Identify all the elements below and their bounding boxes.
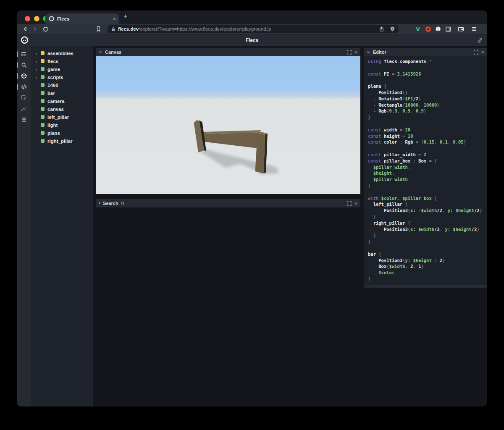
tree-item-light[interactable]: light [31, 121, 93, 129]
code-line: $height, [368, 170, 487, 176]
sidebar-item-entities[interactable] [17, 71, 31, 81]
back-button[interactable] [20, 25, 30, 33]
entity-color-swatch [41, 59, 45, 63]
close-icon[interactable]: × [354, 50, 357, 55]
sidebar-button[interactable] [444, 25, 452, 33]
tree-item-label: canvas [47, 107, 64, 112]
tree-item-label: scripts [47, 75, 63, 80]
code-line [368, 77, 487, 83]
main-area: Canvas × [93, 46, 487, 406]
editor-code[interactable]: using flecs.components.* const PI = 3.14… [364, 56, 487, 285]
entity-color-swatch [41, 107, 45, 111]
share-icon[interactable] [379, 26, 384, 32]
code-line: } [368, 276, 487, 282]
leaf-dash-icon [34, 101, 41, 101]
canvas-panel: Canvas × [96, 48, 360, 194]
chart-icon [21, 106, 27, 112]
tree-item-flecs[interactable]: ›flecs [31, 57, 93, 65]
entity-color-swatch [41, 83, 45, 87]
code-line: left_pillar { [368, 201, 487, 207]
extensions-button[interactable] [434, 25, 442, 33]
close-icon[interactable]: × [481, 50, 484, 55]
editor-panel: Editor × using flecs.components.* const … [364, 48, 487, 288]
close-icon[interactable]: × [354, 201, 357, 206]
red-extension-button[interactable] [424, 25, 432, 33]
new-tab-button[interactable]: + [122, 12, 129, 20]
minimize-window-button[interactable] [34, 16, 39, 21]
flecs-favicon-icon [49, 16, 54, 21]
tab-close-icon[interactable]: × [113, 16, 116, 21]
entity-color-swatch [41, 123, 45, 127]
entity-color-swatch [41, 115, 45, 119]
screen: Flecs × + [0, 0, 504, 430]
code-line: const height = 10 [368, 133, 487, 139]
sidebar-item-chart[interactable] [17, 103, 31, 114]
tree-item-scripts[interactable]: ›scripts [31, 73, 93, 81]
sidebar-item-inspect[interactable] [17, 92, 31, 103]
chevron-down-icon[interactable] [99, 51, 102, 54]
tree-item-assemblies[interactable]: ›assemblies [31, 49, 93, 57]
code-line: - Position3{y: $height / 2} [368, 257, 487, 264]
sidebar-item-stats[interactable] [17, 114, 31, 125]
search-icon [21, 62, 27, 68]
code-line: const pillar_box : Box = { [368, 158, 487, 164]
editor-panel-header[interactable]: Editor × [364, 48, 487, 56]
brave-shield-icon[interactable] [390, 26, 395, 32]
tree-item-left_pillar[interactable]: left_pillar [31, 113, 93, 121]
vue-extension-button[interactable]: V [414, 25, 422, 33]
tree-item-plane[interactable]: plane [31, 129, 93, 137]
menu-icon [471, 26, 477, 32]
url-bar[interactable]: flecs.dev/explorer/?wasm=https://www.fle… [108, 25, 399, 33]
tree-item-label: camera [47, 99, 64, 104]
panel-title: Search [103, 201, 118, 206]
panel-title: Editor [373, 50, 386, 55]
wallet-button[interactable] [457, 25, 465, 33]
code-line [368, 65, 487, 71]
expand-chevron-icon[interactable]: › [34, 51, 41, 55]
tree-item-canvas[interactable]: canvas [31, 105, 93, 113]
sidebar-item-code[interactable] [17, 81, 31, 92]
expand-icon[interactable] [347, 50, 352, 55]
sidebar-icon [445, 26, 452, 32]
browser-tab[interactable]: Flecs × [45, 13, 119, 24]
code-line [368, 189, 487, 195]
bookmarks-button[interactable] [93, 25, 103, 33]
expand-chevron-icon[interactable]: › [34, 67, 41, 71]
3d-scene[interactable] [96, 56, 360, 194]
forward-button[interactable] [30, 25, 40, 33]
entity-color-swatch [41, 51, 45, 55]
close-window-button[interactable] [25, 16, 30, 21]
reload-icon [42, 26, 49, 32]
tree-item-camera[interactable]: camera [31, 97, 93, 105]
search-panel-header[interactable]: Search × [96, 199, 360, 207]
chevron-down-icon[interactable] [367, 51, 370, 54]
tree-item-bar[interactable]: bar [31, 89, 93, 97]
reload-button[interactable] [40, 25, 50, 33]
expand-icon[interactable] [347, 201, 352, 206]
canvas-panel-header[interactable]: Canvas × [96, 48, 360, 56]
link-icon[interactable] [477, 37, 483, 43]
code-line: plane { [368, 83, 487, 89]
expand-icon[interactable] [474, 50, 478, 55]
tree-item-right_pillar[interactable]: right_pillar [31, 137, 93, 145]
tree-item-label: flecs [47, 59, 58, 64]
expand-chevron-icon[interactable]: › [34, 75, 41, 79]
sidebar-item-search[interactable] [17, 60, 31, 71]
tree-item-game[interactable]: ›game [31, 65, 93, 73]
divider [387, 27, 387, 31]
sidebar-item-tree[interactable] [17, 49, 31, 60]
code-line: - Box{$width, 2, 1} [368, 263, 487, 270]
entity-color-swatch [41, 91, 45, 95]
url-domain: flecs.dev [118, 26, 139, 31]
tree-item-label: assemblies [47, 51, 74, 56]
browser-menu-button[interactable] [470, 25, 478, 33]
expand-chevron-icon[interactable]: › [34, 59, 41, 63]
tree-item-label: 1460 [47, 83, 58, 88]
tree-item-1460[interactable]: 1460 [31, 81, 93, 89]
code-line: - Rgb{0.9, 0.9, 0.9} [368, 108, 487, 114]
app-body: ›assemblies›flecs›game›scripts1460barcam… [17, 46, 487, 406]
puzzle-extensions-icon [435, 26, 441, 32]
tree-item-label: light [47, 123, 58, 128]
code-line: $pillar_width [368, 176, 487, 183]
browser-tab-bar: Flecs × + [17, 10, 487, 24]
